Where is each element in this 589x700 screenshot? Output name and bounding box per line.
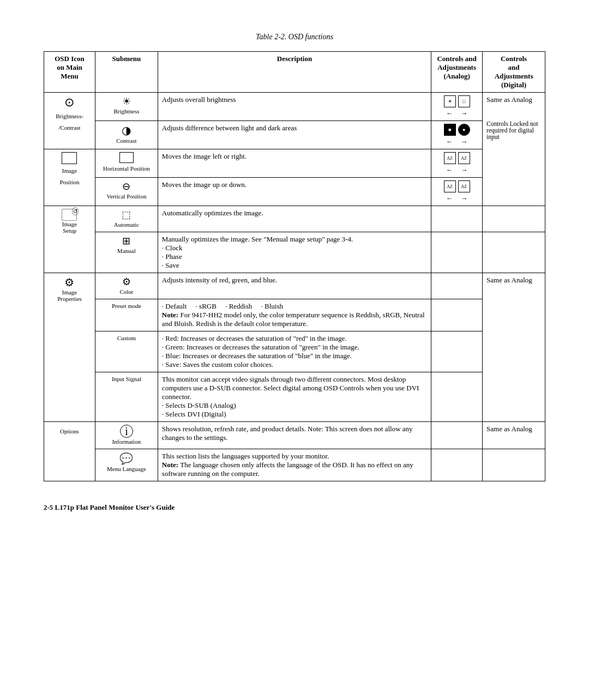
group-icon-brightness: ⊙ Brightness-/Contrast [44,93,95,149]
desc-horizontal-pos: Moves the image left or right. [158,149,431,178]
table-row: ↺ ImageSetup ⬚ Automatic Automatically o… [44,206,545,232]
digital-manual [483,232,545,273]
submenu-vertical-pos: ⊖ Vertical Position [95,178,158,206]
header-analog: Controls andAdjustments(Analog) [431,52,483,93]
desc-input-signal: This monitor can accept video signals th… [158,372,431,422]
analog-horizontal: AZ AZ ←→ [431,149,483,178]
desc-vertical-pos: Moves the image up or down. [158,178,431,206]
ctrl-arrows: ←→ [446,166,468,174]
analog-vertical: AZ AZ ←→ [431,178,483,206]
desc-menu-language: This section lists the languages support… [158,449,431,481]
analog-color [431,273,483,299]
table-row: ⚙ ImageProperties ⚙ Color Adjusts intens… [44,273,545,299]
submenu-color: ⚙ Color [95,273,158,299]
ctrl-box: ■ [444,124,456,136]
header-osd-icon: OSD Iconon MainMenu [44,52,95,93]
digital-brightness-contrast: Same as Analog Controls Locked not requi… [483,93,545,206]
osd-table: OSD Iconon MainMenu Submenu Description … [44,51,545,481]
desc-automatic: Automatically optimizes the image. [158,206,431,232]
desc-manual: Manually optimizes the image. See "Menua… [158,232,431,273]
desc-brightness: Adjusts overall brightness [158,93,431,121]
table-row: 💬 Menu Language This section lists the l… [44,449,545,481]
submenu-manual: ⊞ Manual [95,232,158,273]
ctrl-box: ☀ [444,95,456,107]
submenu-information: i Information [95,422,158,449]
submenu-horizontal-pos: Horizontal Position [95,149,158,178]
analog-menu-language [431,449,483,481]
ctrl-box: □ [458,95,470,107]
header-submenu: Submenu [95,52,158,93]
footer-page-number: 2-5 L171p Flat Panel Monitor User's Guid… [44,503,175,512]
ctrl-arrows: ←→ [446,137,468,146]
digital-image-properties: Same as Analog [483,273,545,422]
ctrl-box: AZ [444,152,456,164]
ctrl-arrows: ←→ [446,109,468,118]
analog-custom [431,331,483,372]
analog-input-signal [431,372,483,422]
submenu-brightness: ☀ Brightness [95,93,158,121]
analog-information [431,422,483,449]
table-row: ⊞ Manual Manually optimizes the image. S… [44,232,545,273]
desc-information: Shows resolution, refresh rate, and prod… [158,422,431,449]
group-icon-image-position: ImagePosition [44,149,95,206]
digital-automatic [483,206,545,232]
desc-preset-mode: · Default · sRGB · Reddish · Bluish Note… [158,299,431,331]
table-row: ⊖ Vertical Position Moves the image up o… [44,178,545,206]
ctrl-box: AZ [444,180,456,192]
table-row: Preset mode · Default · sRGB · Reddish ·… [44,299,545,331]
submenu-menu-language: 💬 Menu Language [95,449,158,481]
analog-automatic [431,206,483,232]
desc-color: Adjusts intensity of red, green, and blu… [158,273,431,299]
analog-preset [431,299,483,331]
header-description: Description [158,52,431,93]
table-row: ◑ Contrast Adjusts difference between li… [44,121,545,149]
group-icon-options: Options [44,422,95,481]
ctrl-box: AZ [458,180,470,192]
analog-contrast: ■ ● ←→ [431,121,483,149]
desc-contrast: Adjusts difference between light and dar… [158,121,431,149]
analog-manual [431,232,483,273]
ctrl-arrows: ←→ [446,194,468,203]
submenu-preset-mode: Preset mode [95,299,158,331]
ctrl-box: AZ [458,152,470,164]
group-icon-image-setup: ↺ ImageSetup [44,206,95,273]
page-title: Table 2-2. OSD functions [44,33,545,41]
table-row: Custom · Red: Increases or decreases the… [44,331,545,372]
submenu-custom: Custom [95,331,158,372]
submenu-automatic: ⬚ Automatic [95,206,158,232]
digital-menu-language [483,449,545,481]
digital-information: Same as Analog [483,422,545,449]
table-row: ⊙ Brightness-/Contrast ☀ Brightness Adju… [44,93,545,121]
group-icon-image-properties: ⚙ ImageProperties [44,273,95,422]
submenu-contrast: ◑ Contrast [95,121,158,149]
table-header: OSD Iconon MainMenu Submenu Description … [44,52,545,93]
ctrl-box: ● [458,124,470,136]
page-footer: 2-5 L171p Flat Panel Monitor User's Guid… [44,503,545,512]
table-row: Input Signal This monitor can accept vid… [44,372,545,422]
desc-custom: · Red: Increases or decreases the satura… [158,331,431,372]
table-row: ImagePosition Horizontal Position Moves … [44,149,545,178]
submenu-input-signal: Input Signal [95,372,158,422]
header-digital: ControlsandAdjustments(Digital) [483,52,545,93]
analog-brightness: ☀ □ ←→ [431,93,483,121]
table-row: Options i Information Shows resolution, … [44,422,545,449]
